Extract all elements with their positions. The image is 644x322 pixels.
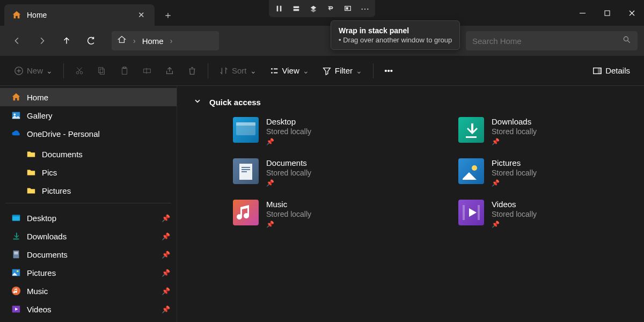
tooltip-sub: • Drag over another window to group [339, 36, 452, 44]
svg-rect-42 [241, 169, 250, 170]
svg-rect-41 [241, 167, 250, 168]
breadcrumb[interactable]: Home [142, 36, 164, 46]
search-icon[interactable] [623, 35, 631, 46]
more-button[interactable]: ••• [379, 61, 398, 80]
sidebar-item-pictures[interactable]: Pictures [0, 181, 177, 200]
sidebar-item-home[interactable]: Home [0, 88, 177, 106]
new-tab-button[interactable]: ＋ [155, 9, 181, 21]
minimize-button[interactable] [570, 2, 595, 24]
folder-icon [26, 185, 36, 196]
chevron-right-icon[interactable]: › [170, 36, 173, 45]
pin-icon: 📌 [162, 287, 170, 295]
folder-name: Music [266, 200, 311, 209]
folder-icon [26, 167, 36, 178]
svg-marker-5 [311, 9, 317, 12]
new-button[interactable]: New⌄ [9, 61, 58, 80]
svg-point-35 [12, 287, 20, 295]
desktop-icon [11, 213, 21, 223]
svg-rect-32 [14, 253, 18, 254]
navbar: › Home › [0, 26, 644, 56]
sidebar-item-documents[interactable]: Documents [0, 145, 177, 163]
details-pane-button[interactable]: Details [587, 61, 635, 80]
quick-access-documents[interactable]: DocumentsStored locally📌 [233, 158, 426, 187]
svg-rect-3 [294, 9, 299, 11]
sidebar-item-onedrive---personal[interactable]: OneDrive - Personal [0, 125, 177, 143]
pin-icon: 📌 [266, 138, 311, 145]
gallery-icon [11, 110, 21, 121]
view-button[interactable]: View⌄ [264, 61, 314, 80]
quick-access-pictures[interactable]: PicturesStored locally📌 [458, 158, 644, 187]
up-button[interactable] [56, 30, 77, 52]
snap-tooltip: Wrap in stack panel • Drag over another … [331, 20, 460, 50]
tab-home[interactable]: Home ✕ [4, 4, 155, 26]
svg-rect-8 [580, 13, 586, 13]
pin-icon: 📌 [492, 179, 537, 187]
svg-rect-16 [122, 68, 127, 74]
snap-split-icon[interactable] [288, 2, 304, 16]
sidebar-item-gallery[interactable]: Gallery [0, 106, 177, 125]
pin-icon: 📌 [162, 305, 170, 313]
snap-more-icon[interactable]: ⋯ [357, 2, 373, 16]
svg-point-34 [17, 270, 19, 273]
sidebar-item-label: OneDrive - Personal [27, 129, 170, 138]
address-bar[interactable]: › Home › [112, 31, 219, 50]
chevron-down-icon: ⌄ [46, 67, 53, 75]
snap-stack-icon[interactable] [305, 2, 321, 16]
maximize-button[interactable] [595, 2, 619, 24]
sort-button[interactable]: Sort⌄ [214, 61, 262, 80]
chevron-down-icon[interactable] [193, 97, 202, 107]
share-button[interactable] [159, 61, 180, 80]
back-button[interactable] [6, 30, 28, 52]
search-input[interactable] [472, 36, 623, 46]
sidebar-item-label: Gallery [27, 111, 170, 120]
quick-access-desktop[interactable]: DesktopStored locally📌 [233, 117, 426, 145]
snap-wrap-icon[interactable] [323, 2, 339, 16]
folder-location: Stored locally [492, 210, 537, 218]
tooltip-title: Wrap in stack panel [339, 26, 452, 35]
quick-access-music[interactable]: MusicStored locally📌 [233, 200, 426, 228]
separator [63, 63, 64, 78]
svg-rect-2 [294, 6, 299, 9]
folder-location: Stored locally [266, 210, 311, 218]
paste-button[interactable] [114, 61, 135, 80]
sidebar-item-label: Downloads [27, 232, 156, 241]
svg-rect-45 [463, 205, 465, 220]
rename-button[interactable] [137, 61, 157, 80]
svg-rect-9 [605, 11, 610, 16]
forward-button[interactable] [31, 30, 53, 52]
svg-point-26 [14, 113, 16, 115]
chevron-right-icon: › [133, 36, 136, 45]
separator [208, 63, 208, 78]
sidebar-item-downloads[interactable]: Downloads📌 [0, 227, 177, 245]
pin-icon: 📌 [492, 138, 537, 145]
pictures-icon [11, 267, 21, 278]
sidebar-item-videos[interactable]: Videos📌 [0, 300, 177, 318]
sidebar-item-music[interactable]: Music📌 [0, 282, 177, 300]
cut-button[interactable] [69, 61, 90, 80]
videos-icon [11, 304, 21, 314]
sidebar-item-label: Videos [27, 305, 156, 314]
svg-point-20 [271, 72, 273, 74]
sidebar-item-documents[interactable]: Documents📌 [0, 245, 177, 264]
snap-pause-icon[interactable] [271, 2, 287, 16]
sidebar-item-desktop[interactable]: Desktop📌 [0, 209, 177, 227]
copy-button[interactable] [92, 61, 112, 80]
folder-name: Downloads [492, 117, 537, 126]
search-box[interactable] [466, 31, 638, 50]
videos-folder-icon [458, 200, 484, 225]
quick-access-downloads[interactable]: DownloadsStored locally📌 [458, 117, 644, 145]
refresh-button[interactable] [80, 30, 102, 52]
home-icon [12, 10, 21, 20]
sidebar-item-pics[interactable]: Pics [0, 163, 177, 181]
svg-rect-38 [236, 122, 255, 126]
filter-button[interactable]: Filter⌄ [317, 61, 368, 80]
close-window-button[interactable] [619, 2, 644, 24]
quick-access-videos[interactable]: VideosStored locally📌 [458, 200, 644, 228]
downloads-folder-icon [458, 117, 484, 143]
svg-rect-1 [280, 6, 282, 12]
close-tab-button[interactable]: ✕ [136, 8, 147, 22]
delete-button[interactable] [182, 61, 202, 80]
snap-monitor-icon[interactable] [340, 2, 356, 16]
sidebar-item-pictures[interactable]: Pictures📌 [0, 264, 177, 282]
tab-title: Home [27, 11, 130, 19]
